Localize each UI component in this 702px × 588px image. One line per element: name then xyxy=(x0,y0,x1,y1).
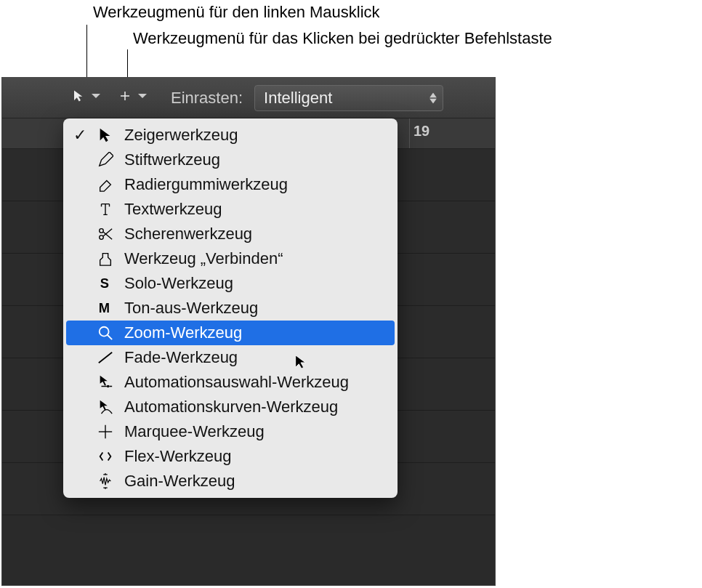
app-window: Einrasten: Intelligent 19 S M xyxy=(1,77,496,586)
menu-item-label: Stiftwerkzeug xyxy=(124,150,220,169)
menu-item-label: Automationsauswahl-Werkzeug xyxy=(124,373,349,392)
menu-item-label: Solo-Werkzeug xyxy=(124,274,233,293)
flex-icon xyxy=(97,448,114,465)
menu-item-text[interactable]: Textwerkzeug xyxy=(66,197,395,222)
menu-item-label: Ton-aus-Werkzeug xyxy=(124,299,258,318)
ruler-tick xyxy=(409,118,410,148)
menu-item-label: Flex-Werkzeug xyxy=(124,447,232,466)
menu-item-mute[interactable]: Ton-aus-Werkzeug xyxy=(66,296,395,321)
updown-icon xyxy=(429,92,437,103)
zoom-icon xyxy=(97,324,114,342)
menu-item-pointer[interactable]: ✓Zeigerwerkzeug xyxy=(66,123,395,148)
callout-line-1 xyxy=(86,25,87,81)
menu-item-pencil[interactable]: Stiftwerkzeug xyxy=(66,148,395,172)
glue-icon xyxy=(97,250,114,267)
autocurve-icon xyxy=(97,398,114,416)
menu-item-glue[interactable]: Werkzeug „Verbinden“ xyxy=(66,246,395,271)
menu-item-label: Automationskurven-Werkzeug xyxy=(124,398,338,416)
pencil-icon xyxy=(97,151,114,169)
cmd-click-tool-button[interactable] xyxy=(113,86,155,109)
menu-item-label: Werkzeug „Verbinden“ xyxy=(124,249,283,268)
menu-item-label: Marquee-Werkzeug xyxy=(124,422,265,441)
snap-label: Einrasten: xyxy=(171,89,243,108)
scissors-icon xyxy=(97,225,114,243)
chevron-down-icon xyxy=(89,89,102,106)
eraser-icon xyxy=(97,176,114,193)
menu-item-autocurve[interactable]: Automationskurven-Werkzeug xyxy=(66,395,395,419)
menu-item-marquee[interactable]: Marquee-Werkzeug xyxy=(66,419,395,444)
plus-icon xyxy=(118,89,132,106)
menu-item-eraser[interactable]: Radiergummiwerkzeug xyxy=(66,172,395,197)
tool-menu: ✓ZeigerwerkzeugStiftwerkzeugRadiergummiw… xyxy=(63,118,398,498)
menu-item-label: Gain-Werkzeug xyxy=(124,472,235,491)
solo-icon xyxy=(97,275,114,292)
mute-icon xyxy=(97,299,114,317)
menu-item-gain[interactable]: Gain-Werkzeug xyxy=(66,469,395,494)
text-icon xyxy=(97,201,114,218)
marquee-icon xyxy=(97,423,114,440)
toolbar: Einrasten: Intelligent xyxy=(2,78,495,118)
menu-item-label: Fade-Werkzeug xyxy=(124,348,238,367)
pointer-icon xyxy=(97,126,114,144)
fade-icon xyxy=(97,349,114,366)
menu-item-label: Zeigerwerkzeug xyxy=(124,126,238,145)
callout-left-click: Werkzeugmenü für den linken Mausklick xyxy=(93,3,380,22)
left-click-tool-button[interactable] xyxy=(66,86,108,109)
menu-item-zoom[interactable]: Zoom-Werkzeug xyxy=(66,321,395,345)
menu-item-scissors[interactable]: Scherenwerkzeug xyxy=(66,222,395,246)
autoselect-icon xyxy=(97,374,114,391)
menu-item-label: Textwerkzeug xyxy=(124,200,222,219)
menu-item-label: Zoom-Werkzeug xyxy=(124,323,242,342)
menu-item-fade[interactable]: Fade-Werkzeug xyxy=(66,345,395,370)
menu-item-label: Scherenwerkzeug xyxy=(124,225,252,243)
callout-cmd-click: Werkzeugmenü für das Klicken bei gedrück… xyxy=(133,29,552,48)
menu-item-solo[interactable]: Solo-Werkzeug xyxy=(66,271,395,296)
menu-item-autoselect[interactable]: Automationsauswahl-Werkzeug xyxy=(66,370,395,395)
snap-value: Intelligent xyxy=(264,89,332,108)
gain-icon xyxy=(97,472,114,490)
ruler-label-19: 19 xyxy=(413,123,429,140)
check-icon: ✓ xyxy=(73,126,86,145)
chevron-down-icon xyxy=(136,89,149,106)
menu-item-flex[interactable]: Flex-Werkzeug xyxy=(66,444,395,469)
snap-select[interactable]: Intelligent xyxy=(254,85,443,111)
pointer-icon xyxy=(72,89,85,106)
menu-item-label: Radiergummiwerkzeug xyxy=(124,175,288,194)
